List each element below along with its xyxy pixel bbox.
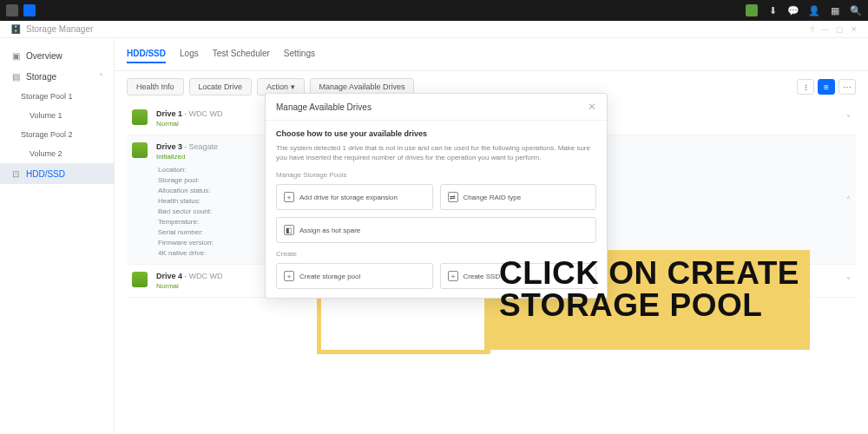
tab-hddssd[interactable]: HDD/SSD: [127, 45, 166, 63]
hdd-icon: ⊡: [10, 168, 21, 179]
sidebar-label: Storage: [26, 72, 56, 82]
plus-icon: ＋: [284, 192, 294, 202]
annotation-text: CLICK ON CREATE STORAGE POOL: [499, 257, 868, 321]
os-topbar: ⬇ 💬 👤 ▦ 🔍: [0, 0, 868, 21]
maximize-icon[interactable]: ▢: [836, 25, 844, 34]
tab-scheduler[interactable]: Test Scheduler: [213, 45, 270, 63]
modal-title: Manage Available Drives: [276, 102, 372, 112]
apps-icon[interactable]: [5, 3, 19, 17]
ssd-icon: ＋: [448, 271, 458, 281]
list-view-icon[interactable]: ≡: [818, 79, 835, 95]
window-titlebar: 🗄️ Storage Manager ? — ▢ ✕: [0, 21, 868, 38]
spare-icon: ◧: [284, 225, 294, 235]
topbar-right: ⬇ 💬 👤 ▦ 🔍: [745, 3, 863, 17]
search-icon[interactable]: 🔍: [849, 3, 863, 17]
tab-bar: HDD/SSD Logs Test Scheduler Settings: [115, 38, 868, 71]
modal-section-label: Manage Storage Pools: [276, 171, 596, 179]
dashboard-icon[interactable]: ▦: [828, 3, 842, 17]
sidebar-item-pool1[interactable]: Storage Pool 1: [0, 87, 114, 106]
status-icon[interactable]: [745, 3, 759, 17]
sidebar-label: Storage Pool 2: [21, 130, 73, 139]
sidebar-label: HDD/SSD: [26, 169, 65, 179]
filter-icon[interactable]: ⫶: [797, 79, 814, 95]
modal-subtitle: Choose how to use your available drives: [276, 129, 596, 138]
modal-description: The system detected 1 drive that is not …: [276, 143, 596, 162]
tab-settings[interactable]: Settings: [284, 45, 315, 63]
chat-icon[interactable]: 💬: [786, 3, 800, 17]
sidebar-item-overview[interactable]: ▣Overview: [0, 45, 114, 66]
chevron-up-icon[interactable]: ˄: [846, 195, 851, 205]
sidebar-item-volume2[interactable]: Volume 2: [0, 144, 114, 163]
topbar-left: [5, 3, 36, 17]
sidebar-label: Volume 1: [30, 111, 62, 120]
help-icon[interactable]: ?: [810, 25, 814, 34]
option-label: Assign as hot spare: [299, 227, 360, 234]
app-switch-icon[interactable]: [23, 3, 36, 17]
health-info-button[interactable]: Health Info: [127, 78, 184, 95]
locate-drive-button[interactable]: Locate Drive: [189, 78, 253, 95]
app-icon: 🗄️: [10, 24, 21, 34]
option-change-raid[interactable]: ⇄Change RAID type: [440, 184, 597, 210]
create-icon: ＋: [284, 271, 294, 281]
window-controls: ? — ▢ ✕: [810, 25, 858, 34]
modal-header: Manage Available Drives ✕: [266, 94, 607, 121]
minimize-icon[interactable]: —: [821, 25, 829, 34]
option-label: Change RAID type: [464, 194, 522, 201]
chevron-up-icon: ˄: [99, 72, 103, 82]
chevron-down-icon[interactable]: ˅: [846, 114, 851, 123]
sidebar: ▣Overview ▤Storage˄ Storage Pool 1 Volum…: [0, 38, 115, 434]
close-icon[interactable]: ✕: [588, 101, 596, 113]
option-create-storage-pool[interactable]: ＋Create storage pool: [276, 263, 433, 289]
drive-name: Drive 3: [156, 142, 182, 151]
sidebar-item-pool2[interactable]: Storage Pool 2: [0, 125, 114, 144]
download-icon[interactable]: ⬇: [766, 3, 779, 17]
close-window-icon[interactable]: ✕: [851, 25, 858, 34]
drive-model: Seagate: [189, 142, 219, 151]
storage-icon: ▤: [10, 71, 21, 82]
sidebar-item-volume1[interactable]: Volume 1: [0, 106, 114, 125]
tab-logs[interactable]: Logs: [180, 45, 199, 63]
option-label: Add drive for storage expansion: [299, 194, 398, 201]
sidebar-label: Overview: [26, 51, 62, 61]
drive-model: WDC WD: [189, 272, 223, 280]
drive-model: WDC WD: [189, 109, 223, 118]
option-hot-spare[interactable]: ◧Assign as hot spare: [276, 217, 596, 243]
drive-name: Drive 4: [156, 272, 182, 280]
drive-icon: [132, 142, 148, 158]
sidebar-item-hddssd[interactable]: ⊡HDD/SSD: [0, 163, 114, 184]
app-title: Storage Manager: [26, 24, 93, 34]
sidebar-label: Volume 2: [30, 149, 62, 158]
sidebar-label: Storage Pool 1: [21, 92, 73, 101]
option-add-drive-expansion[interactable]: ＋Add drive for storage expansion: [276, 184, 433, 210]
drive-icon: [132, 109, 148, 125]
overview-icon: ▣: [10, 50, 21, 61]
option-label: Create SSD: [464, 273, 501, 280]
drive-icon: [132, 272, 148, 287]
sidebar-item-storage[interactable]: ▤Storage˄: [0, 66, 114, 87]
option-label: Create storage pool: [299, 273, 360, 280]
user-icon[interactable]: 👤: [807, 3, 821, 17]
swap-icon: ⇄: [448, 192, 458, 202]
drive-name: Drive 1: [156, 109, 182, 118]
more-icon[interactable]: ⋯: [838, 79, 856, 95]
